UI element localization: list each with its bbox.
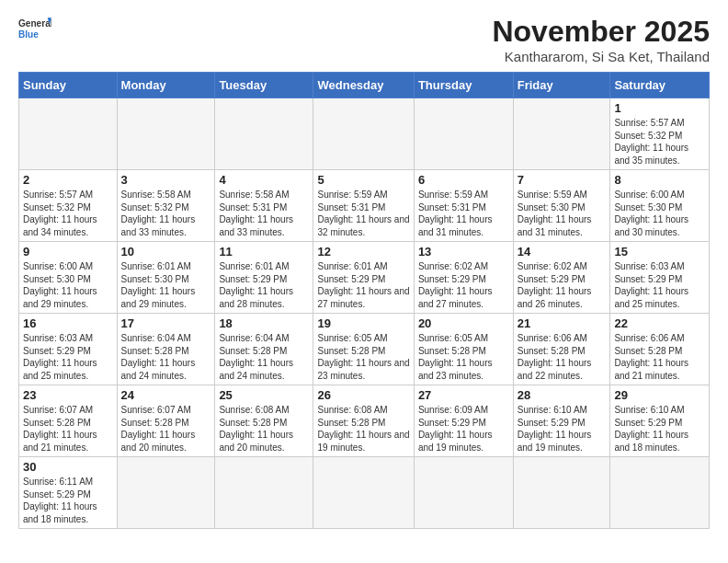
calendar-cell: 16Sunrise: 6:03 AMSunset: 5:29 PMDayligh… [19, 314, 118, 385]
day-info: Sunrise: 6:10 AMSunset: 5:29 PMDaylight:… [518, 404, 607, 454]
calendar-cell: 12Sunrise: 6:01 AMSunset: 5:29 PMDayligh… [313, 242, 414, 314]
day-info: Sunrise: 6:01 AMSunset: 5:30 PMDaylight:… [121, 260, 211, 310]
calendar-row: 2Sunrise: 5:57 AMSunset: 5:32 PMDaylight… [19, 170, 710, 242]
calendar-cell [513, 457, 610, 529]
calendar-cell: 30Sunrise: 6:11 AMSunset: 5:29 PMDayligh… [19, 457, 118, 529]
calendar-cell: 23Sunrise: 6:07 AMSunset: 5:28 PMDayligh… [19, 385, 118, 457]
calendar-cell [414, 457, 513, 529]
day-number: 25 [219, 388, 309, 402]
day-info: Sunrise: 5:59 AMSunset: 5:31 PMDaylight:… [418, 189, 509, 238]
day-number: 29 [614, 388, 705, 402]
day-number: 8 [614, 173, 705, 187]
calendar-cell: 20Sunrise: 6:05 AMSunset: 5:28 PMDayligh… [414, 314, 513, 385]
day-number: 12 [317, 245, 409, 259]
day-info: Sunrise: 6:10 AMSunset: 5:29 PMDaylight:… [614, 404, 705, 454]
day-number: 14 [518, 245, 607, 259]
calendar-cell: 1Sunrise: 5:57 AMSunset: 5:32 PMDaylight… [610, 98, 710, 170]
svg-text:General: General [18, 18, 51, 29]
calendar-cell: 28Sunrise: 6:10 AMSunset: 5:29 PMDayligh… [513, 385, 610, 457]
header-wednesday: Wednesday [313, 73, 414, 98]
day-number: 13 [418, 245, 509, 259]
calendar-table: Sunday Monday Tuesday Wednesday Thursday… [18, 72, 710, 529]
header-sunday: Sunday [19, 73, 118, 98]
calendar-cell [313, 98, 414, 170]
day-number: 6 [418, 173, 509, 187]
day-number: 30 [23, 460, 113, 474]
day-info: Sunrise: 5:57 AMSunset: 5:32 PMDaylight:… [23, 189, 113, 238]
day-info: Sunrise: 5:58 AMSunset: 5:31 PMDaylight:… [219, 189, 309, 238]
day-number: 21 [518, 316, 607, 330]
day-info: Sunrise: 6:07 AMSunset: 5:28 PMDaylight:… [23, 404, 113, 454]
calendar-cell: 27Sunrise: 6:09 AMSunset: 5:29 PMDayligh… [414, 385, 513, 457]
day-info: Sunrise: 6:11 AMSunset: 5:29 PMDaylight:… [23, 476, 113, 525]
day-info: Sunrise: 6:08 AMSunset: 5:28 PMDaylight:… [317, 404, 409, 454]
day-number: 18 [219, 316, 309, 330]
calendar-cell [117, 98, 215, 170]
title-area: November 2025 Kanthararom, Si Sa Ket, Th… [492, 15, 710, 64]
header-thursday: Thursday [414, 73, 513, 98]
calendar-cell [117, 457, 215, 529]
calendar-row: 23Sunrise: 6:07 AMSunset: 5:28 PMDayligh… [19, 385, 710, 457]
day-number: 26 [317, 388, 409, 402]
day-number: 19 [317, 316, 409, 330]
calendar-row: 30Sunrise: 6:11 AMSunset: 5:29 PMDayligh… [19, 457, 710, 529]
day-info: Sunrise: 6:04 AMSunset: 5:28 PMDaylight:… [121, 332, 211, 382]
header-tuesday: Tuesday [215, 73, 313, 98]
day-info: Sunrise: 6:02 AMSunset: 5:29 PMDaylight:… [418, 260, 509, 310]
calendar-cell: 18Sunrise: 6:04 AMSunset: 5:28 PMDayligh… [215, 314, 313, 385]
calendar-cell: 10Sunrise: 6:01 AMSunset: 5:30 PMDayligh… [117, 242, 215, 314]
calendar-cell: 14Sunrise: 6:02 AMSunset: 5:29 PMDayligh… [513, 242, 610, 314]
calendar-row: 9Sunrise: 6:00 AMSunset: 5:30 PMDaylight… [19, 242, 710, 314]
day-info: Sunrise: 6:01 AMSunset: 5:29 PMDaylight:… [219, 260, 309, 310]
day-number: 16 [23, 316, 113, 330]
day-info: Sunrise: 6:01 AMSunset: 5:29 PMDaylight:… [317, 260, 409, 310]
calendar-cell: 7Sunrise: 5:59 AMSunset: 5:30 PMDaylight… [513, 170, 610, 242]
day-info: Sunrise: 5:59 AMSunset: 5:31 PMDaylight:… [317, 189, 409, 238]
header-friday: Friday [513, 73, 610, 98]
day-number: 10 [121, 245, 211, 259]
day-number: 7 [518, 173, 607, 187]
calendar-cell [313, 457, 414, 529]
logo: General Blue [18, 15, 51, 40]
calendar-cell: 21Sunrise: 6:06 AMSunset: 5:28 PMDayligh… [513, 314, 610, 385]
calendar-cell [610, 457, 710, 529]
day-info: Sunrise: 5:59 AMSunset: 5:30 PMDaylight:… [518, 189, 607, 238]
day-info: Sunrise: 6:02 AMSunset: 5:29 PMDaylight:… [518, 260, 607, 310]
day-number: 22 [614, 316, 705, 330]
generalblue-logo-icon: General Blue [18, 15, 51, 40]
calendar-cell [414, 98, 513, 170]
month-title: November 2025 [492, 15, 710, 49]
day-number: 2 [23, 173, 113, 187]
calendar-cell: 25Sunrise: 6:08 AMSunset: 5:28 PMDayligh… [215, 385, 313, 457]
calendar-cell: 17Sunrise: 6:04 AMSunset: 5:28 PMDayligh… [117, 314, 215, 385]
svg-text:Blue: Blue [18, 29, 39, 40]
calendar-cell [215, 457, 313, 529]
day-info: Sunrise: 6:00 AMSunset: 5:30 PMDaylight:… [23, 260, 113, 310]
day-info: Sunrise: 6:05 AMSunset: 5:28 PMDaylight:… [317, 332, 409, 382]
calendar-row: 1Sunrise: 5:57 AMSunset: 5:32 PMDaylight… [19, 98, 710, 170]
calendar-cell: 8Sunrise: 6:00 AMSunset: 5:30 PMDaylight… [610, 170, 710, 242]
calendar-cell: 11Sunrise: 6:01 AMSunset: 5:29 PMDayligh… [215, 242, 313, 314]
day-info: Sunrise: 6:00 AMSunset: 5:30 PMDaylight:… [614, 189, 705, 238]
day-number: 11 [219, 245, 309, 259]
calendar-row: 16Sunrise: 6:03 AMSunset: 5:29 PMDayligh… [19, 314, 710, 385]
day-number: 9 [23, 245, 113, 259]
day-number: 20 [418, 316, 509, 330]
calendar-cell: 22Sunrise: 6:06 AMSunset: 5:28 PMDayligh… [610, 314, 710, 385]
day-number: 23 [23, 388, 113, 402]
calendar-cell: 6Sunrise: 5:59 AMSunset: 5:31 PMDaylight… [414, 170, 513, 242]
day-info: Sunrise: 6:05 AMSunset: 5:28 PMDaylight:… [418, 332, 509, 382]
calendar-cell: 26Sunrise: 6:08 AMSunset: 5:28 PMDayligh… [313, 385, 414, 457]
calendar-cell [215, 98, 313, 170]
day-number: 28 [518, 388, 607, 402]
header-saturday: Saturday [610, 73, 710, 98]
calendar-cell: 19Sunrise: 6:05 AMSunset: 5:28 PMDayligh… [313, 314, 414, 385]
day-info: Sunrise: 5:58 AMSunset: 5:32 PMDaylight:… [121, 189, 211, 238]
day-info: Sunrise: 6:06 AMSunset: 5:28 PMDaylight:… [614, 332, 705, 382]
day-info: Sunrise: 5:57 AMSunset: 5:32 PMDaylight:… [614, 117, 705, 167]
day-number: 1 [614, 101, 705, 115]
day-info: Sunrise: 6:04 AMSunset: 5:28 PMDaylight:… [219, 332, 309, 382]
calendar-cell: 24Sunrise: 6:07 AMSunset: 5:28 PMDayligh… [117, 385, 215, 457]
calendar-cell: 2Sunrise: 5:57 AMSunset: 5:32 PMDaylight… [19, 170, 118, 242]
calendar-cell: 29Sunrise: 6:10 AMSunset: 5:29 PMDayligh… [610, 385, 710, 457]
